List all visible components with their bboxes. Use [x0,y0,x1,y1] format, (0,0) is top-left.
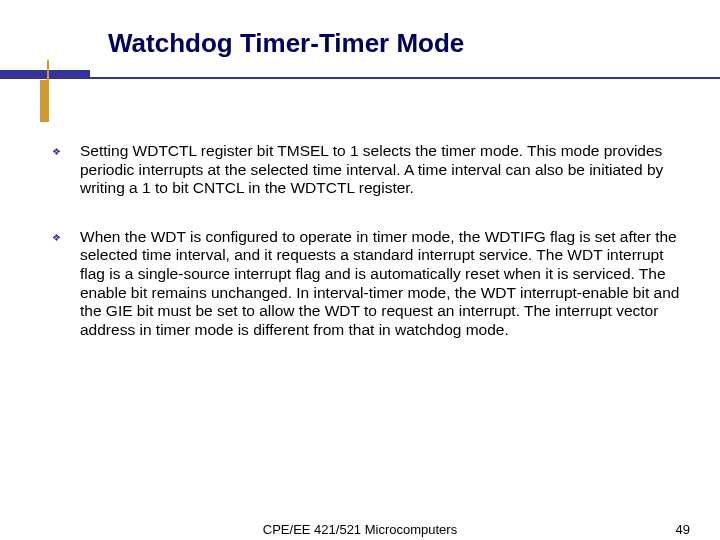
footer-course: CPE/EE 421/521 Microcomputers [263,522,457,537]
ornament-vbar [40,80,47,122]
ornament-hline [0,77,720,79]
bullet-marker-icon: ❖ [52,142,80,157]
slide-title: Watchdog Timer-Timer Mode [0,28,720,59]
bullet-text: Setting WDTCTL register bit TMSEL to 1 s… [80,142,680,198]
ornament-hbar [0,70,90,77]
footer-page-number: 49 [676,522,690,537]
slide-content: ❖ Setting WDTCTL register bit TMSEL to 1… [52,142,680,369]
bullet-item: ❖ When the WDT is configured to operate … [52,228,680,340]
bullet-item: ❖ Setting WDTCTL register bit TMSEL to 1… [52,142,680,198]
slide-title-area: Watchdog Timer-Timer Mode [0,28,720,59]
bullet-text: When the WDT is configured to operate in… [80,228,680,340]
bullet-marker-icon: ❖ [52,228,80,243]
ornament-vline [47,60,49,122]
